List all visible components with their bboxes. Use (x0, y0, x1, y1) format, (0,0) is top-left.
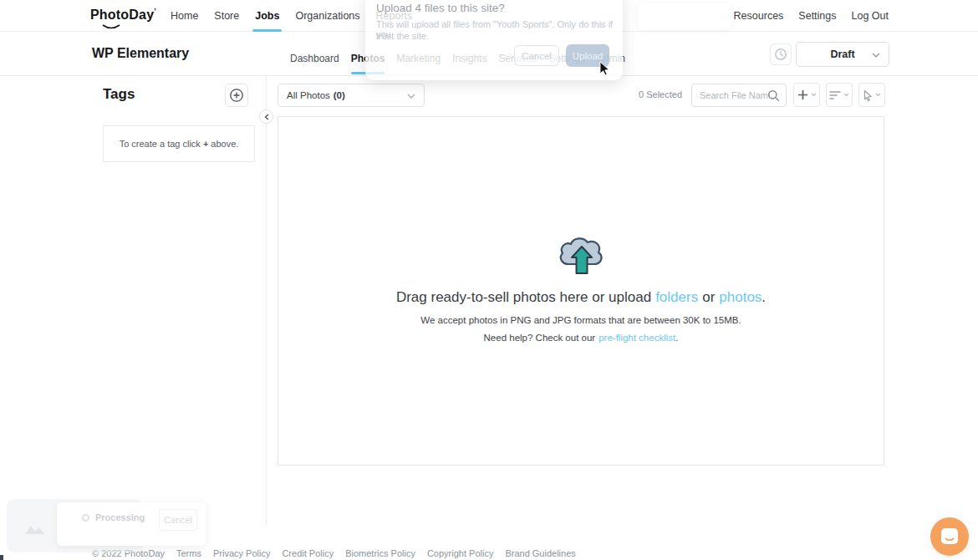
dropzone-heading: Drag ready-to-sell photos here or upload… (278, 289, 884, 306)
chat-bubble-icon (940, 527, 960, 546)
sidebar-divider (266, 76, 267, 526)
footer-link-brand-guidelines[interactable]: Brand Guidelines (505, 548, 575, 558)
nav-item-resources[interactable]: Resources (734, 0, 784, 32)
select-mode-button[interactable] (858, 83, 885, 107)
dialog-title: Upload 4 files to this site? (376, 2, 505, 14)
upload-folders-link[interactable]: folders (655, 289, 698, 305)
history-button[interactable] (770, 43, 792, 65)
job-status-value: Draft (830, 48, 854, 60)
chat-widget-button[interactable] (930, 517, 969, 556)
chevron-down-icon (875, 93, 881, 97)
plus-icon (797, 89, 808, 100)
logo-mark: ’ (154, 7, 156, 15)
photo-filter-dropdown[interactable]: All Photos (0) (278, 84, 425, 107)
tab-dashboard[interactable]: Dashboard (290, 42, 339, 75)
chevron-down-icon (843, 93, 849, 97)
photo-dropzone[interactable]: Drag ready-to-sell photos here or upload… (278, 116, 884, 466)
search-input[interactable] (700, 85, 770, 105)
secondary-nav: Resources Settings Log Out (734, 0, 889, 32)
sort-button[interactable] (826, 83, 853, 107)
logo-smile-icon (101, 24, 121, 31)
footer-link-copyright-policy[interactable]: Copyright Policy (427, 548, 493, 558)
photo-filter-count: (0) (334, 90, 345, 100)
tags-empty-note: To create a tag click+above. (103, 125, 255, 162)
photo-filter-value: All Photos (287, 90, 330, 100)
footer-link-credit-policy[interactable]: Credit Policy (282, 548, 334, 558)
file-search (691, 84, 787, 107)
processing-toast: Processing Cancel (7, 497, 202, 554)
spinner-icon (82, 514, 89, 522)
toast-status-card: Processing Cancel (57, 502, 206, 546)
circle-plus-icon (229, 88, 244, 103)
dialog-cancel-button[interactable]: Cancel (514, 45, 559, 66)
add-photos-button[interactable] (793, 83, 820, 107)
toast-cancel-button[interactable]: Cancel (159, 509, 197, 531)
photoday-logo[interactable]: PhotoDay’ (90, 8, 156, 23)
nav-item-logout[interactable]: Log Out (852, 0, 889, 32)
accepted-formats-text: We accept photos in PNG and JPG formats … (278, 315, 884, 325)
nav-item-settings[interactable]: Settings (798, 0, 836, 32)
browser-upload-dialog: Upload 4 files to this site? This will u… (365, 0, 623, 80)
selected-count-label: 0 Selected (625, 89, 682, 99)
collapse-sidebar-button[interactable] (259, 109, 273, 124)
add-tag-button[interactable] (225, 84, 248, 107)
fading-overlay-card (638, 3, 731, 30)
corner-artifact (0, 555, 3, 560)
nav-item-organizations[interactable]: Organizations (295, 0, 359, 32)
photoday-app: PhotoDay’ Home Store Jobs Organizations … (0, 0, 978, 560)
logo-text: PhotoDay (90, 8, 154, 22)
cursor-arrow-icon (863, 89, 873, 101)
cloud-upload-icon (558, 232, 604, 276)
footer-link-privacy-policy[interactable]: Privacy Policy (213, 548, 270, 558)
active-nav-underline (252, 29, 282, 32)
page-title: WP Elementary (92, 46, 189, 61)
toast-status-label: Processing (95, 512, 145, 522)
dialog-body-line2: trust the site. (376, 31, 429, 41)
nav-item-store[interactable]: Store (214, 0, 239, 32)
upload-photos-link[interactable]: photos (719, 289, 762, 305)
nav-item-home[interactable]: Home (171, 0, 198, 32)
chevron-down-icon (407, 94, 415, 99)
chevron-left-icon (264, 114, 269, 120)
chevron-down-icon (811, 93, 817, 97)
chevron-down-icon (872, 53, 880, 58)
footer-link-biometrics-policy[interactable]: Biometrics Policy (345, 548, 415, 558)
preflight-checklist-link[interactable]: pre-flight checklist (599, 333, 675, 343)
job-status-dropdown[interactable]: Draft (796, 42, 889, 67)
mouse-cursor (599, 61, 612, 76)
nav-item-jobs[interactable]: Jobs (255, 0, 279, 32)
sort-lines-icon (829, 90, 841, 100)
clock-icon (774, 48, 787, 61)
search-icon (767, 89, 780, 102)
image-placeholder-icon (23, 519, 47, 536)
help-text: Need help? Check out ourpre-flight check… (278, 333, 884, 343)
tags-panel-title: Tags (103, 86, 135, 103)
